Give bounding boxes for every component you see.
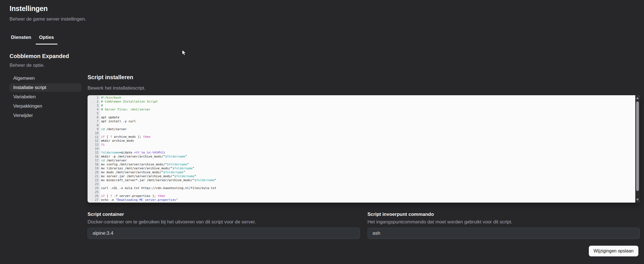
line-number: 20: [88, 170, 100, 174]
code-line: [101, 147, 635, 151]
line-number: 11: [88, 135, 100, 139]
option-sidebar: AlgemeenInstallatie scriptVariabelenVerp…: [9, 74, 82, 121]
script-container-label: Script container: [88, 212, 360, 217]
install-script-editor[interactable]: 1234567891011121314151617181920212223242…: [88, 95, 640, 203]
script-container-input[interactable]: [88, 228, 360, 239]
line-number: 25: [88, 190, 100, 194]
scrollbar-thumb[interactable]: [636, 101, 639, 191]
script-container-description: Docker-container om te gebruiken bij het…: [88, 219, 256, 225]
code-line: if [ ! archive_mods ]; then: [101, 135, 635, 139]
editor-content: 1234567891011121314151617181920212223242…: [88, 95, 640, 203]
line-number: 5: [88, 112, 100, 116]
option-subtitle: Beheer de optie.: [10, 63, 45, 68]
line-number: 13: [88, 143, 100, 147]
actions-row: Wijzigingen opslaan: [88, 246, 640, 256]
editor-line-numbers: 1234567891011121314151617181920212223242…: [88, 95, 100, 203]
code-line: if [ ! -f server.properties ]; then: [101, 194, 635, 198]
settings-page: Instellingen Beheer de game server inste…: [0, 0, 644, 264]
line-number: 1: [88, 96, 100, 100]
code-line: apt install -y curl: [101, 119, 635, 123]
line-number: 28: [88, 202, 100, 203]
line-number: 19: [88, 167, 100, 170]
script-container-field: Script container Docker-container om te …: [88, 212, 360, 239]
code-line: #!/bin/bash: [101, 96, 635, 100]
code-line: mkdir -p /mnt/server/archive_mods/"$fold…: [101, 155, 635, 159]
section-subtitle: Bewerk het installatiescript.: [88, 85, 146, 91]
code-line: # Cobblemon Installation Script: [101, 100, 635, 104]
code-line: curl -sSL -o eula.txt https://cdn.kaasho…: [101, 186, 635, 190]
code-line: echo -e "Downloading MC server.propertie…: [101, 198, 635, 202]
entrypoint-description: Het ingangspuntcommando dat moet worden …: [368, 219, 513, 225]
line-number: 17: [88, 159, 100, 163]
code-line: [101, 190, 635, 194]
line-number: 9: [88, 127, 100, 131]
mouse-cursor-icon: [182, 50, 186, 56]
code-line: foldername=$(date +%Y_%m_%d-%H%M%S): [101, 151, 635, 155]
entrypoint-field: Script invoerpunt commando Het ingangspu…: [368, 212, 640, 239]
line-number: 12: [88, 139, 100, 143]
line-number: 4: [88, 108, 100, 112]
editor-scrollbar[interactable]: [635, 95, 640, 203]
code-line: [101, 131, 635, 135]
line-number: 22: [88, 178, 100, 182]
tab-diensten[interactable]: Diensten: [8, 33, 35, 45]
line-number: 15: [88, 151, 100, 155]
sidebar-item-variabelen[interactable]: Variabelen: [9, 93, 82, 101]
sidebar-item-algemeen[interactable]: Algemeen: [9, 74, 82, 83]
tab-opties[interactable]: Opties: [36, 33, 57, 45]
tabs: DienstenOpties: [8, 33, 57, 45]
line-number: 10: [88, 131, 100, 135]
line-number: 27: [88, 198, 100, 202]
page-title: Instellingen: [10, 5, 48, 13]
code-line: mkdir archive_mods: [101, 139, 635, 143]
code-line: apt update: [101, 116, 635, 119]
code-line: #: [101, 104, 635, 108]
code-line: curl -sSL -o server.properties https://c…: [101, 202, 635, 203]
line-number: 7: [88, 119, 100, 123]
code-line: [101, 182, 635, 186]
line-number: 26: [88, 194, 100, 198]
scroll-up-icon[interactable]: [636, 97, 639, 99]
editor-code: #!/bin/bash# Cobblemon Installation Scri…: [100, 95, 635, 203]
line-number: 3: [88, 104, 100, 108]
line-number: 24: [88, 186, 100, 190]
option-title: Cobblemon Expanded: [10, 53, 69, 59]
line-number: 8: [88, 123, 100, 127]
line-number: 16: [88, 155, 100, 159]
sidebar-item-verpakkingen[interactable]: Verpakkingen: [9, 102, 82, 110]
code-line: cd /mnt/server: [101, 127, 635, 131]
page-subtitle: Beheer de game server instellingen.: [10, 16, 86, 22]
code-line: mv server.jar /mnt/server/archive_mods/"…: [101, 174, 635, 178]
line-number: 23: [88, 182, 100, 186]
line-number: 6: [88, 116, 100, 119]
line-number: 2: [88, 100, 100, 104]
script-fields: Script container Docker-container om te …: [88, 212, 640, 239]
sidebar-item-installatie-script[interactable]: Installatie script: [9, 83, 82, 92]
code-line: mv libraries /mnt/server/archive_mods/"$…: [101, 167, 635, 170]
line-number: 14: [88, 147, 100, 151]
sidebar-item-verwijder[interactable]: Verwijder: [9, 111, 82, 120]
code-line: mv mods /mnt/server/archive_mods/"$folde…: [101, 170, 635, 174]
code-line: mv minecraft_server*.jar /mnt/server/arc…: [101, 178, 635, 182]
scroll-down-icon[interactable]: [636, 199, 639, 201]
code-line: cd /mnt/server: [101, 159, 635, 163]
code-line: [101, 123, 635, 127]
code-line: [101, 112, 635, 116]
code-line: # Server Files: /mnt/server: [101, 108, 635, 112]
save-changes-button[interactable]: Wijzigingen opslaan: [589, 246, 638, 256]
entrypoint-label: Script invoerpunt commando: [368, 212, 640, 217]
line-number: 18: [88, 163, 100, 167]
code-line: mv config /mnt/server/archive_mods/"$fol…: [101, 163, 635, 167]
entrypoint-input[interactable]: [368, 228, 640, 239]
code-line: fi: [101, 143, 635, 147]
section-title: Script installeren: [88, 74, 133, 81]
line-number: 21: [88, 174, 100, 178]
